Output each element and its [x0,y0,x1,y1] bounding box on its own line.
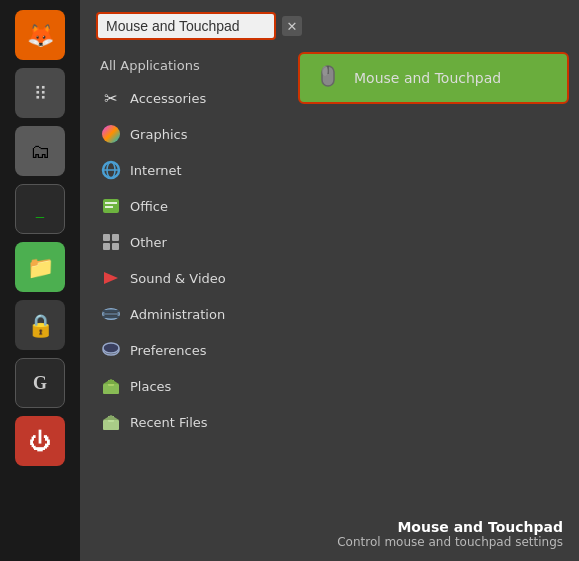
svg-rect-25 [322,66,328,76]
category-administration[interactable]: Administration [90,297,290,331]
svg-rect-9 [103,243,110,250]
category-office[interactable]: Office [90,189,290,223]
result-mouse-touchpad[interactable]: Mouse and Touchpad [298,52,569,104]
internet-label: Internet [130,163,182,178]
lock-icon: 🔒 [27,313,54,338]
sidebar-icon-grub[interactable]: G [15,358,65,408]
category-other[interactable]: Other [90,225,290,259]
bottom-app-name: Mouse and Touchpad [96,519,563,535]
terminal-icon: _ [36,201,44,217]
search-input-wrapper[interactable] [96,12,276,40]
preferences-label: Preferences [130,343,206,358]
svg-rect-16 [103,316,119,318]
sidebar-icon-apps[interactable]: ⠿ [15,68,65,118]
category-places[interactable]: Places [90,369,290,403]
category-graphics[interactable]: Graphics [90,117,290,151]
svg-rect-10 [112,243,119,250]
content-area: All Applications ✂️ Accessories [80,48,579,511]
places-icon [100,375,122,397]
search-clear-button[interactable]: ✕ [282,16,302,36]
sidebar: 🦊 ⠿ 🗂 _ 📁 🔒 G ⏻ [0,0,80,561]
recent-files-icon [100,411,122,433]
category-sound-video[interactable]: Sound & Video [90,261,290,295]
preferences-icon [100,339,122,361]
category-preferences[interactable]: Preferences [90,333,290,367]
accessories-icon: ✂️ [100,87,122,109]
places-label: Places [130,379,171,394]
category-recent-files[interactable]: Recent Files [90,405,290,439]
svg-point-18 [103,343,119,353]
power-icon: ⏻ [29,429,51,454]
recent-files-label: Recent Files [130,415,208,430]
svg-rect-8 [112,234,119,241]
files-icon: 📁 [27,255,54,280]
ui-icon: 🗂 [30,139,50,163]
sidebar-icon-firefox[interactable]: 🦊 [15,10,65,60]
result-mouse-touchpad-label: Mouse and Touchpad [354,70,501,86]
all-apps-label: All Applications [100,58,200,73]
sound-video-label: Sound & Video [130,271,226,286]
main-panel: ✕ All Applications ✂️ Accessories [80,0,579,561]
svg-point-0 [102,125,120,143]
sidebar-icon-terminal[interactable]: _ [15,184,65,234]
search-input[interactable] [106,18,246,34]
graphics-label: Graphics [130,127,187,142]
search-bar: ✕ [80,0,579,48]
other-label: Other [130,235,167,250]
graphics-icon [100,123,122,145]
accessories-label: Accessories [130,91,206,106]
mouse-touchpad-icon [312,62,344,94]
administration-label: Administration [130,307,225,322]
grub-icon: G [33,373,47,394]
svg-rect-5 [105,202,117,204]
svg-rect-6 [105,206,113,208]
svg-rect-7 [103,234,110,241]
category-accessories[interactable]: ✂️ Accessories [90,81,290,115]
categories-list: All Applications ✂️ Accessories [90,48,290,501]
other-icon [100,231,122,253]
office-icon [100,195,122,217]
svg-rect-15 [103,310,119,312]
sidebar-icon-files[interactable]: 📁 [15,242,65,292]
administration-icon [100,303,122,325]
category-internet[interactable]: Internet [90,153,290,187]
sound-video-icon [100,267,122,289]
category-all-applications[interactable]: All Applications [90,52,290,79]
bottom-bar: Mouse and Touchpad Control mouse and tou… [80,511,579,561]
search-results: Mouse and Touchpad [298,48,569,501]
firefox-icon: 🦊 [27,23,54,48]
sidebar-icon-power[interactable]: ⏻ [15,416,65,466]
internet-icon [100,159,122,181]
svg-marker-11 [104,272,118,284]
sidebar-icon-ui[interactable]: 🗂 [15,126,65,176]
bottom-app-desc: Control mouse and touchpad settings [96,535,563,549]
sidebar-icon-lock[interactable]: 🔒 [15,300,65,350]
office-label: Office [130,199,168,214]
apps-icon: ⠿ [34,83,46,104]
